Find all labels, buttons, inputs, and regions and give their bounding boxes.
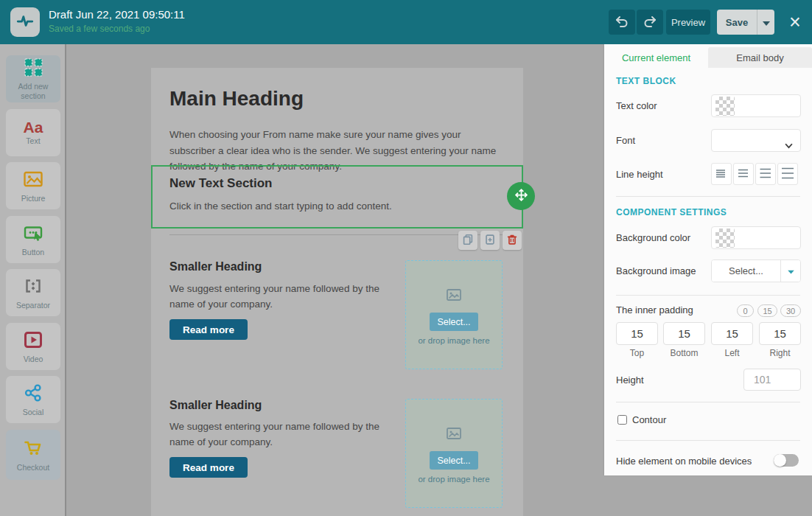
sidebar-item-label: Text [24, 136, 41, 146]
chevron-down-icon [763, 17, 770, 28]
duplicate-section-button[interactable] [458, 231, 477, 250]
text-color-input[interactable] [711, 94, 801, 117]
sidebar-item-add-new-section[interactable]: Add new section [6, 55, 60, 102]
line-spacing-icon [714, 167, 729, 181]
hide-on-mobile-toggle[interactable] [774, 454, 799, 467]
sidebar-item-video[interactable]: Video [6, 323, 60, 370]
top-bar: Draft Jun 22, 2021 09:50:11 Saved a few … [0, 0, 812, 44]
read-more-button-2[interactable]: Read more [169, 457, 248, 478]
drop-image-hint: or drop image here [418, 475, 489, 484]
padding-top-label: Top [616, 348, 658, 358]
sidebar-item-label: Checkout [15, 463, 51, 473]
preview-button[interactable]: Preview [666, 10, 710, 35]
sidebar-item-label: Video [22, 355, 45, 364]
redo-button[interactable] [637, 10, 663, 35]
line-height-option-1[interactable] [711, 163, 732, 185]
contour-checkbox[interactable] [617, 415, 627, 425]
line-spacing-icon [780, 167, 795, 181]
save-button-group: Save [717, 10, 774, 35]
section-divider [169, 234, 503, 235]
select-image-button-1[interactable]: Select... [430, 313, 478, 331]
save-dropdown-button[interactable] [757, 10, 774, 35]
read-more-button-1[interactable]: Read more [169, 319, 248, 340]
add-to-library-icon [483, 233, 497, 248]
panel-tabs: Current element Email body [604, 47, 812, 68]
checkout-cart-icon [23, 438, 43, 461]
close-icon: × [789, 11, 801, 33]
undo-button[interactable] [609, 10, 635, 35]
picture-icon [23, 169, 43, 192]
panel-divider [616, 196, 800, 197]
line-height-option-3[interactable] [755, 163, 776, 185]
delete-section-button[interactable] [503, 231, 522, 250]
image-placeholder-icon [445, 425, 463, 445]
toggle-knob [774, 454, 786, 467]
smaller-heading-1[interactable]: Smaller Heading [169, 260, 262, 273]
transparent-color-swatch[interactable] [715, 97, 735, 116]
tab-current-element[interactable]: Current element [604, 47, 708, 68]
line-height-label: Line height [616, 169, 663, 180]
smaller-body-2[interactable]: We suggest entering your name followed b… [169, 419, 392, 450]
font-select[interactable] [711, 129, 801, 152]
padding-left-input[interactable] [711, 322, 753, 345]
sidebar-item-social[interactable]: Social [6, 376, 60, 423]
text-icon: Aa [24, 119, 43, 135]
image-dropzone-1[interactable]: Select... or drop image here [405, 260, 503, 369]
drop-image-hint: or drop image here [418, 336, 489, 345]
close-button[interactable]: × [783, 9, 807, 35]
text-block-heading: TEXT BLOCK [616, 76, 676, 86]
selected-text-section[interactable]: New Text Section Click in the section an… [151, 165, 523, 229]
line-spacing-icon [758, 167, 773, 181]
transparent-color-swatch[interactable] [715, 229, 735, 248]
sidebar-item-label: Add new section [6, 82, 60, 100]
sidebar-item-label: Social [21, 408, 46, 417]
sidebar-item-label: Button [21, 248, 46, 257]
padding-preset-15[interactable]: 15 [757, 304, 777, 317]
background-image-dropdown-button[interactable] [780, 260, 800, 282]
background-color-input[interactable] [711, 226, 801, 249]
undo-icon [615, 14, 629, 31]
inner-padding-label: The inner padding [616, 304, 693, 315]
save-section-button[interactable] [480, 231, 500, 250]
video-icon [23, 330, 43, 353]
selected-section-title[interactable]: New Text Section [169, 176, 273, 191]
smaller-body-1[interactable]: We suggest entering your name followed b… [169, 282, 392, 313]
smaller-heading-2[interactable]: Smaller Heading [169, 399, 262, 412]
image-dropzone-2[interactable]: Select... or drop image here [405, 399, 503, 508]
panel-divider [616, 440, 800, 441]
background-image-label: Background image [616, 265, 696, 276]
height-input[interactable] [743, 369, 801, 391]
panel-divider [616, 295, 800, 296]
pulse-icon [15, 11, 35, 33]
contour-label: Contour [632, 414, 666, 425]
sidebar-item-button[interactable]: Button [6, 216, 60, 263]
save-button[interactable]: Save [717, 10, 757, 35]
padding-top-input[interactable] [616, 322, 658, 345]
line-height-option-2[interactable] [733, 163, 754, 185]
background-image-select-button[interactable]: Select... [712, 260, 780, 282]
sidebar-item-label: Picture [20, 194, 47, 203]
chevron-down-icon [785, 139, 793, 152]
move-handle[interactable] [507, 182, 535, 210]
padding-preset-30[interactable]: 30 [780, 304, 801, 317]
line-height-option-4[interactable] [777, 163, 798, 185]
padding-right-input[interactable] [759, 322, 801, 345]
trash-icon [505, 233, 519, 248]
line-spacing-icon [736, 167, 751, 181]
chevron-down-icon [788, 265, 794, 276]
element-sidebar: Add new section Aa Text Picture Button S… [0, 44, 66, 516]
button-icon [23, 223, 43, 246]
sidebar-item-separator[interactable]: Separator [6, 269, 60, 316]
email-main-heading[interactable]: Main Heading [169, 87, 304, 111]
app-logo[interactable] [10, 7, 40, 37]
duplicate-icon [461, 233, 475, 248]
sidebar-item-picture[interactable]: Picture [6, 162, 60, 209]
sidebar-item-text[interactable]: Aa Text [6, 109, 60, 156]
sidebar-item-checkout[interactable]: Checkout [6, 430, 60, 480]
select-image-button-2[interactable]: Select... [430, 451, 478, 470]
selected-section-body[interactable]: Click in the section and start typing to… [169, 201, 392, 212]
padding-bottom-input[interactable] [663, 322, 705, 345]
tab-email-body[interactable]: Email body [708, 47, 812, 68]
component-settings-heading: COMPONENT SETTINGS [616, 207, 727, 217]
padding-preset-0[interactable]: 0 [737, 304, 754, 317]
